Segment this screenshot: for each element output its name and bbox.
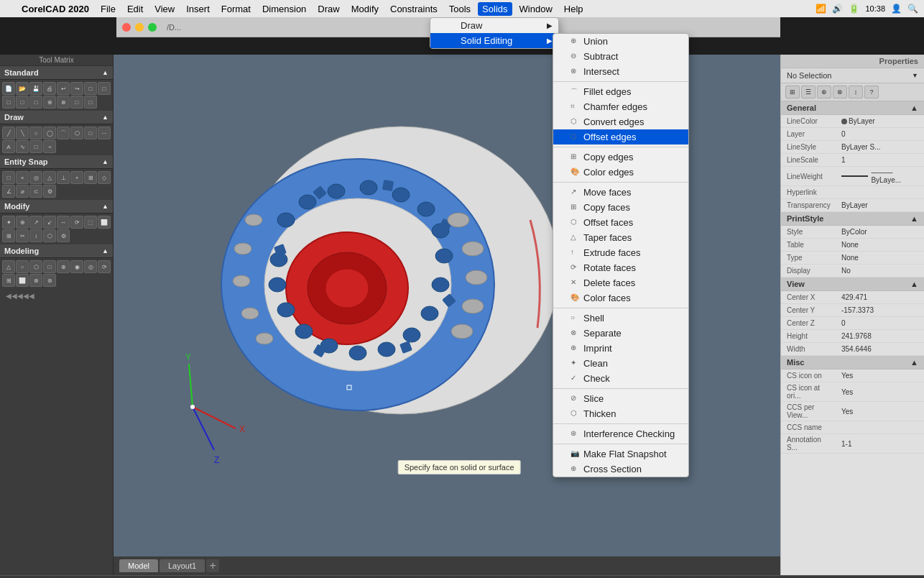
tool-7[interactable]: ⊗ <box>57 96 70 109</box>
model-tool-12[interactable]: ⊛ <box>43 274 56 287</box>
tool-1[interactable]: □ <box>84 82 97 95</box>
minimize-button[interactable] <box>135 23 144 32</box>
draw-tool-3[interactable]: ○ <box>29 127 42 139</box>
menu-help[interactable]: Help <box>560 2 588 16</box>
menu-dimension[interactable]: Dimension <box>258 2 310 16</box>
menu-view[interactable]: View <box>150 2 179 16</box>
tool-save[interactable]: 💾 <box>29 82 42 95</box>
menu-corelcad[interactable]: CorelCAD 2020 <box>17 2 93 16</box>
general-section-header[interactable]: General ▲ <box>781 101 924 115</box>
draw-tool-12[interactable]: ⌁ <box>43 140 56 153</box>
mod-tool-5[interactable]: ↔ <box>57 216 70 229</box>
prop-btn-3[interactable]: ⊕ <box>817 86 831 98</box>
model-tool-8[interactable]: ⟳ <box>98 260 111 273</box>
snap-tool-12[interactable]: ⚙ <box>43 185 56 198</box>
menu-item-chamfer-edges[interactable]: ⌗ Chamfer edges <box>553 99 688 114</box>
annotation-s-value[interactable]: 1-1 <box>838 439 924 449</box>
snap-tool-4[interactable]: △ <box>43 171 56 184</box>
center-y-value[interactable]: -157.3373 <box>838 305 924 316</box>
mod-tool-12[interactable]: ⬡ <box>43 229 56 242</box>
width-value[interactable]: 354.6446 <box>838 344 924 354</box>
menu-item-shell[interactable]: ○ Shell <box>553 311 688 326</box>
menu-item-interference-checking[interactable]: ⊛ Interference Checking <box>553 426 688 441</box>
mod-tool-3[interactable]: ↗ <box>29 216 42 229</box>
tool-6[interactable]: ⊕ <box>43 96 56 109</box>
center-x-value[interactable]: 429.471 <box>838 292 924 303</box>
draw-tool-2[interactable]: ╲ <box>16 127 29 139</box>
menu-item-convert-edges[interactable]: ⬡ Convert edges <box>553 114 688 129</box>
style-value[interactable]: ByColor <box>838 226 924 237</box>
menu-item-draw[interactable]: Draw ▶ <box>430 18 558 33</box>
apple-menu[interactable] <box>6 7 14 10</box>
menu-item-clean[interactable]: ✦ Clean <box>553 356 688 371</box>
linescale-value[interactable]: 1 <box>838 155 924 165</box>
table-value[interactable]: None <box>838 239 924 250</box>
menu-item-make-flat-snapshot[interactable]: 📷 Make Flat Snapshot <box>553 446 688 462</box>
type-value[interactable]: None <box>838 252 924 263</box>
prop-btn-2[interactable]: ☰ <box>801 86 816 98</box>
menu-tools[interactable]: Tools <box>445 2 475 16</box>
display-value[interactable]: No <box>838 265 924 276</box>
add-tab-button[interactable]: + <box>206 559 219 572</box>
draw-tool-5[interactable]: ⌒ <box>57 127 70 139</box>
draw-tool-1[interactable]: ╱ <box>2 127 15 139</box>
close-button[interactable] <box>122 23 131 32</box>
snap-tool-3[interactable]: ◎ <box>29 171 42 184</box>
menu-constraints[interactable]: Constraints <box>386 2 442 16</box>
menu-window[interactable]: Window <box>515 2 557 16</box>
prop-btn-4[interactable]: ⊗ <box>833 86 847 98</box>
menu-item-fillet-edges[interactable]: ⌒ Fillet edges <box>553 84 688 99</box>
model-tool-2[interactable]: ○ <box>16 260 29 273</box>
mod-tool-11[interactable]: ↕ <box>29 229 42 242</box>
menu-item-color-faces[interactable]: 🎨 Color faces <box>553 290 688 306</box>
menu-item-color-edges[interactable]: 🎨 Color edges <box>553 165 688 180</box>
tool-redo[interactable]: ↪ <box>70 82 83 95</box>
modeling-section-header[interactable]: Modeling ▲ <box>0 244 113 258</box>
height-value[interactable]: 241.9768 <box>838 331 924 341</box>
menu-solids[interactable]: Solids <box>478 2 512 16</box>
menu-item-delete-faces[interactable]: ✕ Delete faces <box>553 275 688 290</box>
mod-tool-2[interactable]: ⊕ <box>16 216 29 229</box>
snap-tool-8[interactable]: ◇ <box>98 171 111 184</box>
model-tool-9[interactable]: ⊞ <box>2 274 15 287</box>
tool-3[interactable]: □ <box>2 96 15 109</box>
draw-tool-9[interactable]: A <box>2 140 15 153</box>
tool-8[interactable]: □ <box>70 96 83 109</box>
menu-item-cross-section[interactable]: ⊕ Cross Section <box>553 462 688 477</box>
menu-format[interactable]: Format <box>217 2 255 16</box>
draw-tool-7[interactable]: □ <box>84 127 97 139</box>
mod-tool-7[interactable]: ⬚ <box>84 216 97 229</box>
linecolor-value[interactable]: ByLayer <box>838 116 924 127</box>
search-icon[interactable]: 🔍 <box>907 4 918 14</box>
cs-icon-at-value[interactable]: Yes <box>838 387 924 398</box>
prop-btn-6[interactable]: ? <box>864 86 879 98</box>
tab-layout1[interactable]: Layout1 <box>160 559 205 572</box>
tool-print[interactable]: 🖨 <box>43 82 56 95</box>
snap-tool-6[interactable]: + <box>70 171 83 184</box>
menu-item-check[interactable]: ✓ Check <box>553 371 688 386</box>
model-tool-5[interactable]: ⊕ <box>57 260 70 273</box>
menu-insert[interactable]: Insert <box>182 2 214 16</box>
draw-tool-11[interactable]: □ <box>29 140 42 153</box>
menu-item-union[interactable]: ⊕ Union <box>553 34 688 49</box>
prop-btn-1[interactable]: ⊞ <box>785 86 800 98</box>
draw-tool-10[interactable]: ∿ <box>16 140 29 153</box>
menu-item-rotate-faces[interactable]: ⟳ Rotate faces <box>553 260 688 275</box>
model-tool-3[interactable]: ⬡ <box>29 260 42 273</box>
tab-model[interactable]: Model <box>119 559 158 572</box>
tool-new[interactable]: 📄 <box>2 82 15 95</box>
view-section-header[interactable]: View ▲ <box>781 277 924 291</box>
menu-item-extrude-faces[interactable]: ↑ Extrude faces <box>553 245 688 260</box>
menu-item-subtract[interactable]: ⊖ Subtract <box>553 49 688 64</box>
solids-dropdown[interactable]: Draw ▶ Solid Editing ▶ ⊕ Union ⊖ Subtrac… <box>430 17 559 49</box>
misc-section-header[interactable]: Misc ▲ <box>781 356 924 370</box>
menu-item-copy-edges[interactable]: ⊞ Copy edges <box>553 150 688 165</box>
menu-item-thicken[interactable]: ⬡ Thicken <box>553 406 688 421</box>
menu-item-intersect[interactable]: ⊗ Intersect <box>553 64 688 79</box>
snap-tool-1[interactable]: □ <box>2 171 15 184</box>
tool-4[interactable]: □ <box>16 96 29 109</box>
model-tool-1[interactable]: △ <box>2 260 15 273</box>
menu-item-separate[interactable]: ⊗ Separate <box>553 326 688 341</box>
draw-tool-8[interactable]: ⋯ <box>98 127 111 139</box>
tool-9[interactable]: □ <box>84 96 97 109</box>
